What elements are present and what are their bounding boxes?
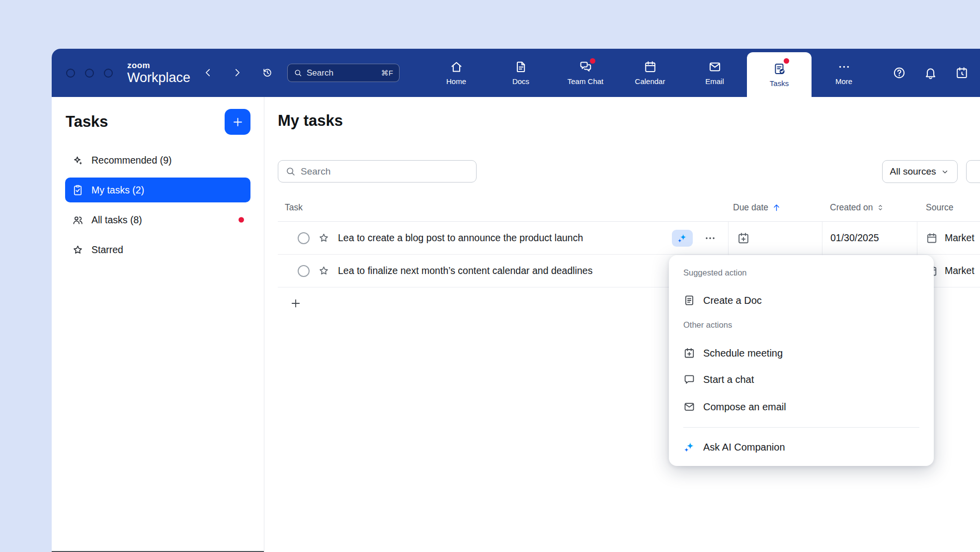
window-control-dot[interactable] — [104, 69, 113, 78]
sidebar-item-starred[interactable]: Starred — [65, 237, 250, 262]
calendar-icon — [644, 60, 657, 74]
menu-divider — [683, 427, 919, 428]
page-title: My tasks — [278, 112, 343, 130]
task-title: Lea to finalize next month’s content cal… — [338, 265, 592, 276]
calendar-plus-icon — [737, 232, 750, 245]
topbar-right-actions — [893, 49, 969, 97]
global-search-input[interactable] — [307, 68, 377, 78]
star-icon — [72, 244, 83, 256]
sidebar-item-all-tasks[interactable]: All tasks (8) — [65, 207, 250, 232]
nav-item-docs[interactable]: Docs — [489, 49, 553, 97]
row-more-button[interactable] — [701, 230, 719, 247]
nav-label: Tasks — [770, 79, 789, 88]
nav-label: Email — [705, 77, 724, 86]
filter-button-cutoff[interactable] — [966, 160, 980, 183]
zoom-workplace-logo: zoom Workplace — [127, 61, 190, 87]
menu-item-label: Compose an email — [703, 401, 786, 413]
all-tasks-notification-dot — [239, 217, 244, 223]
nav-item-home[interactable]: Home — [424, 49, 489, 97]
menu-item-label: Create a Doc — [703, 295, 762, 306]
notifications-button[interactable] — [924, 66, 937, 80]
due-date-label: Due date — [733, 202, 768, 213]
due-date-cell[interactable] — [728, 222, 822, 254]
source-cell: Market — [917, 222, 980, 254]
column-header-source[interactable]: Source — [917, 202, 980, 213]
people-icon — [72, 214, 83, 226]
plus-icon — [232, 116, 244, 128]
menu-item-label: Schedule meeting — [703, 348, 783, 359]
ai-companion-button[interactable] — [672, 230, 693, 247]
plus-icon — [290, 297, 302, 309]
menu-item-schedule-meeting[interactable]: Schedule meeting — [673, 340, 930, 367]
menu-item-compose-email[interactable]: Compose an email — [673, 393, 930, 420]
search-shortcut-hint: ⌘F — [381, 69, 393, 78]
help-icon — [893, 66, 906, 80]
chat-icon — [683, 373, 695, 385]
nav-item-calendar[interactable]: Calendar — [618, 49, 682, 97]
task-cell: Lea to finalize next month’s content cal… — [278, 255, 728, 287]
upcoming-button[interactable] — [955, 66, 969, 80]
sidebar-item-recommended[interactable]: Recommended (9) — [65, 148, 250, 173]
task-cell: Lea to create a blog post to announce th… — [278, 222, 728, 254]
ellipsis-icon — [704, 232, 716, 244]
team-chat-notification-dot — [590, 58, 595, 64]
search-icon — [285, 166, 296, 177]
calendar-plus-icon — [683, 347, 695, 359]
screen: zoom Workplace ⌘F Home — [0, 0, 980, 552]
tasks-search-input[interactable] — [301, 166, 469, 177]
table-header-row: Task Due date Created on Source — [278, 193, 980, 222]
window-control-dot[interactable] — [85, 69, 94, 78]
menu-item-ask-ai-companion[interactable]: Ask AI Companion — [673, 434, 930, 460]
nav-item-tasks-active[interactable]: Tasks — [747, 52, 812, 97]
task-complete-checkbox[interactable] — [298, 265, 310, 277]
add-task-inline-button[interactable] — [289, 297, 302, 310]
nav-back-button[interactable] — [200, 64, 217, 81]
tasks-notification-dot — [784, 58, 789, 64]
nav-label: Team Chat — [568, 77, 604, 86]
nav-label: Docs — [512, 77, 529, 86]
menu-item-start-chat[interactable]: Start a chat — [673, 366, 930, 393]
zoom-workplace-window: zoom Workplace ⌘F Home — [52, 49, 980, 552]
tasks-icon — [773, 62, 786, 76]
nav-forward-button[interactable] — [229, 64, 245, 81]
ai-sparkle-icon — [683, 441, 695, 453]
window-control-dot[interactable] — [66, 69, 75, 78]
menu-section-other: Other actions — [683, 320, 732, 330]
sidebar-header: Tasks — [52, 97, 264, 135]
global-search[interactable]: ⌘F — [287, 64, 400, 82]
column-header-created-on[interactable]: Created on — [822, 202, 917, 213]
menu-item-create-doc[interactable]: Create a Doc — [673, 287, 930, 314]
workplace-product-text: Workplace — [127, 70, 190, 87]
task-check-icon — [72, 184, 83, 196]
sidebar-item-label: All tasks (8) — [91, 214, 142, 226]
doc-icon — [683, 294, 695, 306]
column-header-task[interactable]: Task — [278, 202, 728, 213]
task-row[interactable]: Lea to create a blog post to announce th… — [278, 222, 980, 255]
history-button[interactable] — [259, 64, 276, 81]
email-icon — [708, 60, 722, 74]
nav-item-team-chat[interactable]: Team Chat — [553, 49, 618, 97]
nav-item-email[interactable]: Email — [682, 49, 747, 97]
help-button[interactable] — [893, 66, 906, 80]
more-icon — [837, 60, 851, 74]
star-icon[interactable] — [318, 232, 329, 244]
upcoming-calendar-icon — [955, 66, 969, 80]
sidebar-item-my-tasks[interactable]: My tasks (2) — [65, 178, 250, 202]
tasks-search[interactable] — [278, 160, 477, 183]
column-header-due-date[interactable]: Due date — [728, 202, 822, 213]
nav-item-more[interactable]: More — [812, 49, 876, 97]
new-task-button[interactable] — [225, 109, 250, 135]
menu-section-suggested: Suggested action — [683, 268, 747, 277]
email-icon — [683, 401, 695, 413]
window-controls — [66, 69, 113, 78]
task-complete-checkbox[interactable] — [298, 232, 310, 244]
docs-icon — [514, 60, 528, 74]
star-icon[interactable] — [318, 265, 329, 276]
all-sources-dropdown[interactable]: All sources — [882, 160, 958, 183]
menu-item-label: Ask AI Companion — [703, 442, 785, 453]
sort-ascending-icon — [772, 203, 781, 212]
created-on-label: Created on — [830, 202, 873, 213]
nav-label: More — [835, 77, 852, 86]
sort-both-icon — [876, 203, 885, 212]
created-on-value: 01/30/2025 — [830, 232, 879, 244]
